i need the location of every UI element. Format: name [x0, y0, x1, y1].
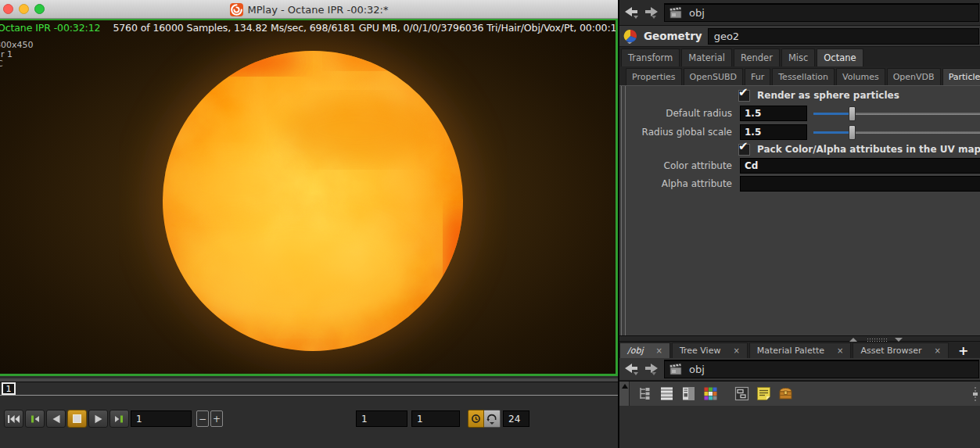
radius-scale-label: Radius global scale: [619, 124, 732, 140]
render-viewport[interactable]: Octane IPR -00:32:12 5760 of 16000 Sampl…: [0, 19, 618, 376]
step-forward-icon: [113, 414, 125, 424]
color-palette-button[interactable]: [702, 385, 719, 402]
tree-view-button[interactable]: [637, 385, 653, 402]
list-icon: [659, 386, 674, 401]
back-button[interactable]: [624, 6, 639, 20]
parameter-pane: obj Geometry geo2 Transform Material Ren…: [618, 0, 980, 448]
back-button[interactable]: [624, 363, 639, 376]
node-name-field[interactable]: geo2: [708, 28, 979, 45]
node-type-label: Geometry: [644, 30, 702, 42]
list-detail-icon: [681, 386, 696, 401]
tab-material[interactable]: Material: [681, 48, 732, 66]
network-vertical-scrollbar[interactable]: [619, 382, 630, 406]
realtime-playback-toggle[interactable]: [468, 410, 484, 428]
stop-icon: [72, 414, 82, 424]
pane-tab-tree-view[interactable]: Tree View ×: [672, 342, 748, 358]
param-row-radius-scale: Radius global scale: [619, 124, 980, 140]
nav-arrows: [624, 6, 659, 20]
step-forward-button[interactable]: [109, 410, 129, 428]
tab-misc[interactable]: Misc: [781, 48, 815, 66]
ipr-status-bar: Octane IPR -00:32:12 5760 of 16000 Sampl…: [0, 22, 618, 34]
current-frame-input[interactable]: [131, 410, 192, 427]
new-pane-tab-button[interactable]: +: [950, 342, 976, 358]
radius-scale-input[interactable]: [740, 124, 807, 140]
frame-increment-button[interactable]: +: [210, 410, 223, 427]
color-attribute-input[interactable]: [740, 158, 980, 174]
tab-volumes[interactable]: Volumes: [836, 68, 885, 85]
playback-mode-toggles: [468, 410, 501, 428]
tab-openvdb[interactable]: OpenVDB: [887, 68, 941, 85]
sun-render-image: [0, 20, 616, 374]
tab-particles[interactable]: Particles: [942, 68, 980, 85]
alpha-attribute-input[interactable]: [740, 176, 980, 192]
timeline-frame-marker[interactable]: 1: [2, 382, 16, 395]
network-path-field[interactable]: obj: [664, 360, 979, 378]
fps-input[interactable]: [503, 410, 529, 427]
close-icon[interactable]: ×: [733, 346, 739, 355]
geometry-node-icon[interactable]: [623, 29, 638, 44]
play-forward-icon: [93, 414, 104, 424]
tab-fur[interactable]: Fur: [745, 68, 770, 85]
range-start-input[interactable]: [356, 410, 407, 427]
loop-mode-toggle[interactable]: [484, 410, 501, 428]
tab-tessellation[interactable]: Tessellation: [772, 68, 835, 85]
close-icon[interactable]: ×: [935, 346, 941, 355]
pane-tab-asset-browser[interactable]: Asset Browser ×: [853, 342, 949, 358]
treasure-chest-icon: [778, 386, 793, 401]
controls-divider: [0, 378, 618, 382]
slider-handle[interactable]: [849, 125, 856, 140]
default-radius-slider[interactable]: [813, 113, 980, 115]
detail-view-button[interactable]: [680, 385, 697, 402]
network-overview-button[interactable]: [734, 385, 750, 402]
list-view-button[interactable]: [659, 385, 675, 402]
step-back-button[interactable]: [25, 410, 45, 428]
pane-tab-label: Tree View: [680, 346, 721, 356]
tab-transform[interactable]: Transform: [621, 48, 680, 66]
splitter-expand-down-icon[interactable]: [895, 338, 903, 342]
range-end-input[interactable]: [411, 410, 460, 427]
param-pane-gutter[interactable]: [621, 86, 626, 335]
forward-button[interactable]: [644, 363, 659, 376]
jump-to-start-button[interactable]: [4, 410, 23, 428]
tab-octane[interactable]: Octane: [817, 48, 863, 66]
radius-scale-slider[interactable]: [813, 131, 980, 134]
sticky-note-button[interactable]: [756, 385, 772, 402]
play-forward-button[interactable]: [88, 410, 108, 428]
network-editor-canvas[interactable]: [619, 406, 980, 448]
obj-network-icon: [669, 364, 683, 375]
sphere-particles-checkbox[interactable]: ✔: [738, 90, 750, 102]
asset-gallery-button[interactable]: [777, 385, 794, 402]
skip-start-icon: [7, 414, 20, 424]
frame-decrement-button[interactable]: −: [196, 410, 209, 427]
alpha-attribute-label: Alpha attribute: [619, 176, 732, 192]
pane-splitter[interactable]: [619, 335, 980, 342]
close-icon[interactable]: ×: [837, 346, 843, 355]
slider-fill: [813, 113, 853, 115]
network-path-field[interactable]: obj: [664, 3, 979, 22]
pack-color-label: Pack Color/Alpha attributes in the UV ma…: [757, 142, 980, 157]
tab-properties[interactable]: Properties: [626, 68, 682, 85]
play-reverse-button[interactable]: [46, 410, 66, 428]
pane-tab-material-palette[interactable]: Material Palette ×: [749, 342, 852, 358]
timeline-track[interactable]: [0, 395, 618, 396]
forward-button[interactable]: [644, 6, 659, 20]
pack-color-checkbox[interactable]: ✔: [738, 144, 750, 156]
network-boxes-icon: [734, 386, 749, 401]
toolbar-mini-slider-icon[interactable]: [972, 386, 978, 405]
pane-tab-obj[interactable]: /obj ×: [619, 342, 670, 358]
splitter-expand-up-icon[interactable]: [849, 338, 857, 342]
param-row-alpha-attribute: Alpha attribute: [619, 176, 980, 192]
stop-button[interactable]: [67, 410, 87, 428]
mplay-titlebar[interactable]: MPlay - Octane IPR -00:32:*: [0, 0, 618, 19]
clock-icon: [470, 413, 482, 425]
tab-render[interactable]: Render: [734, 48, 780, 66]
tab-opensubd[interactable]: OpenSUBD: [684, 68, 743, 85]
screen: MPlay - Octane IPR -00:32:*: [0, 0, 980, 448]
mplay-window: MPlay - Octane IPR -00:32:*: [0, 0, 618, 448]
splitter-grip-icon[interactable]: [867, 338, 887, 342]
close-icon[interactable]: ×: [655, 346, 662, 355]
network-path-text: obj: [689, 364, 705, 375]
slider-handle[interactable]: [849, 106, 856, 121]
default-radius-input[interactable]: [740, 106, 807, 121]
network-toolbar: [619, 381, 980, 406]
